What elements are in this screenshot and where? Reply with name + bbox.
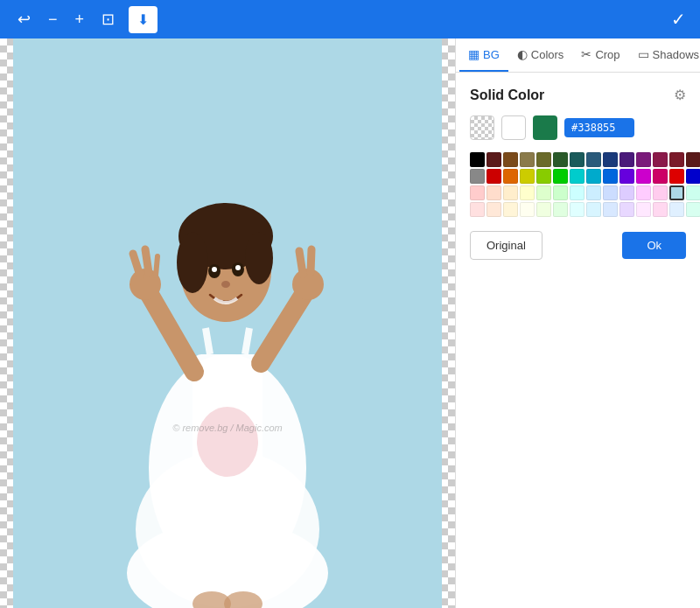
tab-shadows-label: Shadows	[653, 48, 699, 61]
color-cell[interactable]	[520, 202, 535, 217]
image-container: © remove.bg / Magic.com	[13, 38, 442, 608]
ok-button[interactable]: Ok	[622, 232, 686, 259]
original-button[interactable]: Original	[470, 231, 542, 260]
tab-crop-label: Crop	[595, 48, 620, 61]
color-cell[interactable]	[669, 169, 684, 184]
color-cell[interactable]	[470, 185, 485, 200]
tab-crop[interactable]: ✂ Crop	[572, 38, 628, 72]
svg-point-12	[235, 265, 241, 270]
gear-icon[interactable]: ⚙	[674, 87, 686, 103]
panel-content: Solid Color ⚙ #338855 Original Ok	[456, 73, 700, 274]
color-cell[interactable]	[553, 202, 568, 217]
color-selector-row: #338855	[470, 115, 686, 140]
action-row: Original Ok	[470, 231, 686, 260]
bg-tab-icon: ▦	[468, 47, 480, 61]
color-cell[interactable]	[486, 152, 501, 167]
color-cell[interactable]	[653, 169, 668, 184]
color-cell[interactable]	[686, 152, 700, 167]
color-cell[interactable]	[536, 169, 551, 184]
tab-bg[interactable]: ▦ BG	[459, 38, 508, 72]
zoom-in-icon[interactable]: +	[72, 7, 88, 32]
color-cell[interactable]	[636, 185, 651, 200]
transparent-swatch[interactable]	[470, 115, 494, 140]
right-panel: ▦ BG ◐ Colors ✂ Crop ▭ Shadows Solid Col…	[455, 38, 700, 608]
color-cell[interactable]	[603, 185, 618, 200]
section-title: Solid Color	[470, 87, 544, 103]
color-cell[interactable]	[636, 202, 651, 217]
color-cell[interactable]	[620, 152, 634, 167]
color-cell[interactable]	[486, 202, 501, 217]
color-cell[interactable]	[470, 202, 485, 217]
tab-colors[interactable]: ◐ Colors	[508, 38, 573, 72]
color-cell[interactable]	[536, 202, 551, 217]
color-cell[interactable]	[536, 185, 551, 200]
color-cell[interactable]	[520, 152, 535, 167]
hex-input[interactable]: #338855	[564, 118, 634, 137]
color-cell[interactable]	[620, 185, 634, 200]
color-cell[interactable]	[470, 169, 485, 184]
color-cell[interactable]	[503, 202, 518, 217]
color-cell[interactable]	[636, 169, 651, 184]
svg-point-8	[245, 232, 273, 284]
download-button[interactable]: ⬇	[129, 6, 158, 33]
color-cell[interactable]	[636, 152, 651, 167]
color-cell[interactable]	[586, 169, 601, 184]
undo-icon[interactable]: ↩	[14, 6, 34, 32]
color-cell[interactable]	[653, 152, 668, 167]
svg-line-21	[299, 251, 303, 274]
color-cell[interactable]	[570, 152, 584, 167]
color-cell[interactable]	[586, 152, 601, 167]
subject-image	[79, 101, 376, 608]
color-cell[interactable]	[553, 152, 568, 167]
color-cell[interactable]	[603, 202, 618, 217]
top-bar: ↩ − + ⊡ ⬇ ✓	[0, 0, 700, 38]
white-swatch[interactable]	[501, 115, 526, 140]
color-cell[interactable]	[503, 185, 518, 200]
zoom-out-icon[interactable]: −	[45, 7, 61, 32]
color-cell[interactable]	[570, 169, 584, 184]
color-cell[interactable]	[520, 185, 535, 200]
color-cell[interactable]	[520, 169, 535, 184]
color-cell[interactable]	[669, 202, 684, 217]
tabs-row: ▦ BG ◐ Colors ✂ Crop ▭ Shadows	[456, 38, 700, 73]
svg-point-11	[212, 267, 217, 272]
svg-line-26	[245, 328, 249, 354]
color-cell[interactable]	[586, 202, 601, 217]
tab-bg-label: BG	[483, 48, 500, 61]
color-cell[interactable]	[669, 152, 684, 167]
confirm-icon[interactable]: ✓	[671, 9, 686, 30]
color-cell[interactable]	[686, 202, 700, 217]
color-cell[interactable]	[553, 185, 568, 200]
color-grid	[470, 152, 686, 217]
color-cell[interactable]	[503, 169, 518, 184]
svg-point-4	[197, 407, 258, 477]
color-cell[interactable]	[470, 152, 485, 167]
color-cell[interactable]	[503, 152, 518, 167]
tab-shadows[interactable]: ▭ Shadows	[629, 38, 700, 72]
color-cell[interactable]	[686, 169, 700, 184]
color-cell[interactable]	[686, 185, 700, 200]
color-cell[interactable]	[669, 185, 684, 200]
color-cell[interactable]	[603, 152, 618, 167]
fit-icon[interactable]: ⊡	[98, 6, 118, 32]
color-cell[interactable]	[586, 185, 601, 200]
crop-tab-icon: ✂	[581, 47, 592, 61]
watermark: © remove.bg / Magic.com	[172, 423, 282, 433]
color-cell[interactable]	[603, 169, 618, 184]
svg-line-14	[149, 293, 194, 372]
color-cell[interactable]	[653, 185, 668, 200]
color-cell[interactable]	[620, 169, 634, 184]
svg-line-25	[206, 328, 210, 354]
top-bar-left: ↩ − + ⊡ ⬇	[14, 6, 158, 33]
color-cell[interactable]	[486, 169, 501, 184]
color-cell[interactable]	[620, 202, 634, 217]
color-cell[interactable]	[653, 202, 668, 217]
color-cell[interactable]	[536, 152, 551, 167]
color-cell[interactable]	[553, 169, 568, 184]
green-swatch[interactable]	[533, 115, 557, 140]
color-cell[interactable]	[570, 185, 584, 200]
top-bar-right: ✓	[671, 9, 686, 30]
color-cell[interactable]	[486, 185, 501, 200]
section-header: Solid Color ⚙	[470, 87, 686, 103]
color-cell[interactable]	[570, 202, 584, 217]
